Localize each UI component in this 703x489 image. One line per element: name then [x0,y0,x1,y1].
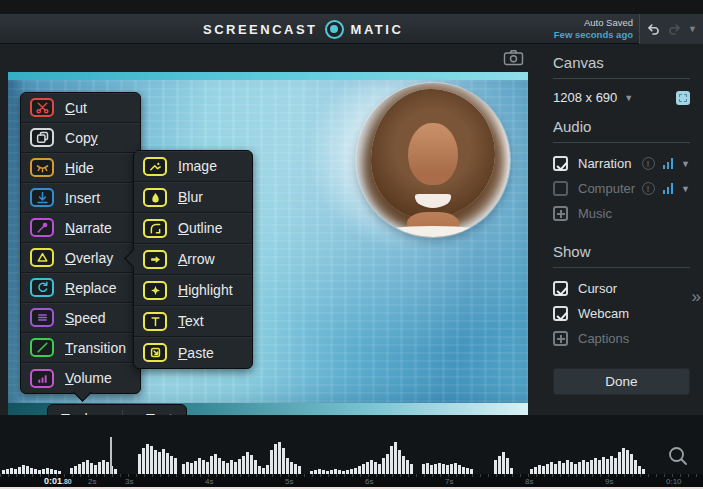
menu-item-label: Speed [65,310,106,326]
add-icon[interactable] [553,206,568,221]
ruler-label-3s: 3s [125,477,133,486]
autosave-time: Few seconds ago [554,29,633,41]
menu-item-highlight[interactable]: Highlight [134,275,252,306]
menu-item-insert[interactable]: Insert [21,183,140,213]
chevron-down-icon[interactable]: ▼ [681,184,690,194]
menu-item-label: Replace [65,280,116,296]
ruler-label-0:10: 0:10 [666,477,682,486]
text-icon [143,312,167,331]
logo-text-left: SCREENCAST [203,22,318,37]
audio-row-computer[interactable]: Computer!▼ [553,176,690,201]
menu-item-label: Image [178,158,217,174]
history-caret-icon[interactable]: ▼ [688,24,697,34]
volume-icon [30,369,54,388]
canvas-section-heading: Canvas [553,45,690,79]
arrow-icon [143,250,167,269]
webcam-overlay[interactable] [356,83,510,237]
menu-item-label: Text [178,313,204,329]
outline-icon [143,219,167,238]
row-label: Cursor [578,281,617,296]
menu-item-label: Insert [65,190,100,206]
checkbox-unchecked-icon[interactable] [553,181,568,196]
menu-item-arrow[interactable]: Arrow [134,244,252,275]
menu-item-overlay[interactable]: Overlay [21,243,140,273]
menu-item-label: Blur [178,189,203,205]
show-rows: CursorWebcamCaptions [553,276,690,351]
menu-item-hide[interactable]: Hide [21,153,140,183]
done-button[interactable]: Done [553,368,690,395]
audio-row-narration[interactable]: Narration!▼ [553,151,690,176]
volume-meter-icon[interactable] [663,183,674,194]
checkbox-checked-icon[interactable] [553,156,568,171]
menu-item-narrate[interactable]: Narrate [21,213,140,243]
paste-icon [143,343,167,362]
ruler-label-9s: 9s [605,477,613,486]
app-window: SCREENCAST MATIC Auto Saved Few seconds … [0,0,703,489]
history-controls: ▼ [639,14,703,44]
show-row-cursor[interactable]: Cursor [553,276,690,301]
show-section-heading: Show [553,234,690,268]
audio-section-heading: Audio [553,109,690,143]
cut-icon [30,98,54,117]
menu-item-paste[interactable]: Paste [134,337,252,368]
time-ruler[interactable]: 0:01.80 2s3s4s5s6s7s8s9s0:10 [0,474,703,487]
ruler-label-8s: 8s [525,477,533,486]
menu-item-speed[interactable]: Speed [21,303,140,333]
header: SCREENCAST MATIC Auto Saved Few seconds … [0,14,703,44]
menu-item-transition[interactable]: Transition [21,333,140,363]
highlight-icon [143,281,167,300]
insert-icon [30,188,54,207]
redo-icon [667,22,682,37]
ruler-label-4s: 4s [205,477,213,486]
copy-icon [30,128,54,147]
menu-item-text[interactable]: Text [134,306,252,337]
show-row-captions[interactable]: Captions [553,326,690,351]
canvas-size-dropdown[interactable]: 1208 x 690 ▼ [553,90,690,105]
playhead[interactable] [110,437,112,474]
menu-item-label: Transition [65,340,126,356]
menu-item-label: Outline [178,220,222,236]
replace-icon [30,278,54,297]
row-label: Webcam [578,306,629,321]
zoom-icon[interactable] [667,445,689,467]
menu-item-cut[interactable]: Cut [21,93,140,123]
app-logo: SCREENCAST MATIC [203,14,403,44]
menu-item-replace[interactable]: Replace [21,273,140,303]
panel-expander-icon[interactable]: » [692,287,701,307]
undo-icon[interactable] [646,22,661,37]
camera-icon[interactable] [503,49,524,66]
timeline[interactable]: 0:01.80 2s3s4s5s6s7s8s9s0:10 [0,415,703,489]
menu-item-image[interactable]: Image [134,151,252,182]
menu-item-label: Highlight [178,282,233,298]
transition-icon [30,338,54,357]
alert-icon: ! [642,157,655,170]
menu-item-label: Cut [65,100,87,116]
narrate-icon [30,218,54,237]
add-icon[interactable] [553,331,568,346]
menu-item-blur[interactable]: Blur [134,182,252,213]
canvas-top-band [8,72,528,80]
show-row-webcam[interactable]: Webcam [553,301,690,326]
checkbox-checked-icon[interactable] [553,306,568,321]
audio-row-music[interactable]: Music [553,201,690,226]
checkbox-checked-icon[interactable] [553,281,568,296]
window-top-strip [0,0,703,14]
ruler-label-7s: 7s [445,477,453,486]
ruler-ticks [0,474,703,477]
menu-item-outline[interactable]: Outline [134,213,252,244]
menu-item-label: Overlay [65,250,113,266]
menu-item-label: Volume [65,370,112,386]
audio-waveform[interactable] [2,440,654,474]
blur-icon [143,188,167,207]
sidebar: Canvas 1208 x 690 ▼ Audio Narration!▼Com… [553,45,690,395]
overlay-icon [30,248,54,267]
logo-text-right: MATIC [351,22,404,37]
ruler-label-6s: 6s [365,477,373,486]
canvas-resize-icon[interactable] [676,91,690,105]
row-label: Narration [578,156,631,171]
menu-item-copy[interactable]: Copy [21,123,140,153]
chevron-down-icon[interactable]: ▼ [681,159,690,169]
volume-meter-icon[interactable] [663,158,674,169]
menu-item-label: Paste [178,345,214,361]
logo-icon [325,20,344,39]
